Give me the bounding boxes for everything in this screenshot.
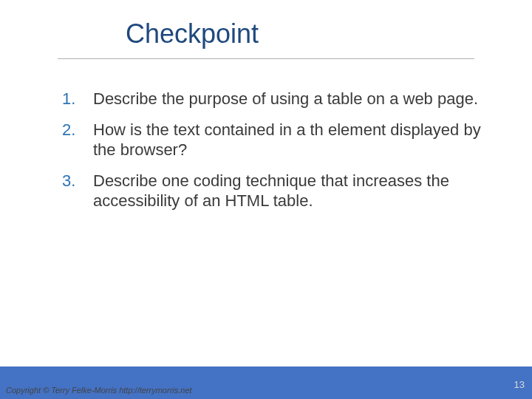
- copyright-text: Copyright © Terry Felke-Morris http://te…: [6, 386, 192, 395]
- checkpoint-list: Describe the purpose of using a table on…: [58, 89, 488, 211]
- slide-title: Checkpoint: [0, 0, 532, 58]
- slide-body: Describe the purpose of using a table on…: [0, 59, 532, 211]
- list-item: Describe the purpose of using a table on…: [58, 89, 488, 109]
- list-item: How is the text contained in a th elemen…: [58, 120, 488, 160]
- list-item: Describe one coding technique that incre…: [58, 171, 488, 211]
- page-number: 13: [514, 379, 525, 390]
